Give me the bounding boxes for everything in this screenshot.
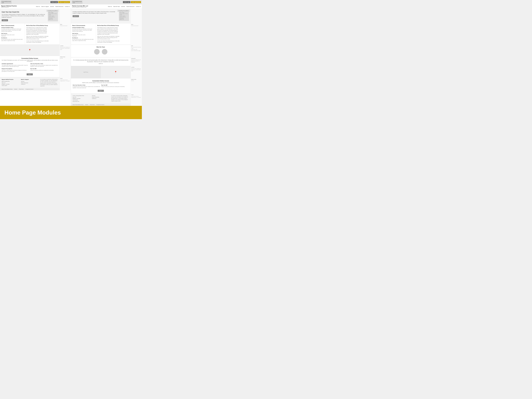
left-accepting-badge: Accepting new patients [46,10,59,12]
right-two-col: News & Announcements Inclement Weather P… [71,23,131,45]
right-news-item-3: Flu Shots In We now have flu shots, both… [72,37,95,41]
left-news-read-more[interactable]: Read more [1,35,24,37]
right-team-title: Meet the Team [73,46,129,48]
right-footer-privia[interactable]: About Privia Medical Group [73,104,83,105]
left-top-bar: Privia Medical Group Login Patient Login… [0,0,71,4]
right-hero-text: Providing outstanding medical care and r… [73,11,118,21]
left-hero-image: Hero Image Image caption to Care Center … [48,11,58,21]
left-privia-col: We Are Now Part of Privia Medical Group … [25,23,50,44]
right-testimonial-wrapper: “Dr. Correnty possesses that rare and sp… [71,57,142,66]
left-nav-resources[interactable]: Patient Resources [55,6,63,7]
left-privia-text2: When you visit a top primary care physic… [26,36,49,40]
right-map: 📍 [101,66,130,78]
right-hero-btn[interactable]: About Us [73,15,79,17]
left-portal-signin[interactable]: Sign In [27,73,33,75]
right-avatar-2 [102,49,108,55]
right-footer-contact[interactable]: Contact Us [92,98,109,99]
right-nav-services[interactable]: Services [121,6,125,7]
right-team-wrapper: Meet the Team Staff Do not use block if … [71,45,142,57]
left-footer-tag: Footer Staff columns may be suppressed f… [59,77,71,90]
left-hero-btn[interactable]: About Us [2,19,8,21]
right-news-item-2: New Service We now offer Essure birth co… [72,33,95,37]
left-news-wrapper: News & Announcements Inclement Weather P… [0,23,71,45]
right-portal-signin[interactable]: Sign In [98,90,104,92]
right-portal-title: Convenient Online Access [73,80,129,82]
right-footer-tag: Footer Staff columns may be suppressed f… [131,94,142,106]
left-footer-wrapper: Nguyen Medical Practice 5966 Columbia Pi… [0,77,71,90]
right-news-read-more[interactable]: Read more [72,35,95,37]
left-news-item-3: Flu Shots In We now have flu shots, both… [1,37,24,41]
right-footer-press[interactable]: Press Room [90,104,95,105]
left-nav-meet[interactable]: Meet Dr. Nguyen [41,6,49,7]
left-footer-resources[interactable]: Patient Resources [21,82,38,84]
right-team-avatars [73,49,129,55]
right-news-title: News & Announcements [72,25,95,26]
right-footer-resources[interactable]: Patient Resources [92,96,109,98]
left-top-buttons: Patient Login Make An Appointment [51,1,70,3]
right-hero: Accepting new patients Providing outstan… [71,9,131,23]
right-meet-team: Meet the Team [71,45,131,57]
left-footer-services[interactable]: Services [21,81,38,82]
left-patient-login-btn[interactable]: Patient Login [51,1,58,3]
right-hero-image: Hero Image Image caption to Care Center … [119,11,129,21]
right-footer-prospective[interactable]: Prospective Doctors [96,104,104,105]
left-nav-about[interactable]: About Us [36,6,40,7]
left-footer-col2: Meet Dr. Nguyen Services Patient Resourc… [21,79,38,87]
right-top-bar: Privia Medical Group Login Patient Login… [71,0,142,4]
right-footer-careers[interactable]: Careers [85,104,88,105]
left-footer-careers[interactable]: Careers [14,89,17,90]
left-portal-item-1: Schedule Appointments The easiest way to… [2,63,29,67]
right-portal-tag: Patient Portal Benefits [131,78,142,94]
right-nav-resources[interactable]: Patient Resources [126,6,134,7]
right-news-col: News & Announcements Inclement Weather P… [71,23,96,44]
left-nav: Nguyen Medical Practice Internal Medicin… [0,4,71,9]
left-make-appt-btn[interactable]: Make An Appointment [58,1,70,3]
right-nav-links: About Us Meet the Team Services Patient … [108,6,141,7]
title-banner: Home Page Modules [0,106,142,119]
left-news-col: News & Announcements Inclement Weather P… [0,23,25,44]
right-staff-map-wrapper: Staff Photo 📍 Location Map may have mult… [71,66,142,78]
right-nav-meet[interactable]: Meet the Team [113,6,120,7]
right-accepting-badge: Accepting new patients [117,10,130,12]
right-logo: Privia Medical Group Login [72,0,82,4]
right-nav-contact[interactable]: Contact Us [136,6,141,7]
right-hero-body: Providing outstanding medical care and r… [73,11,118,14]
left-footer-col1: Nguyen Medical Practice 5966 Columbia Pi… [2,79,19,87]
right-footer-services[interactable]: Services [92,95,109,96]
right-portal-item-1: View Your Records & Tests Go paperless w… [73,85,100,89]
left-portal-tag: Patient Portal Benefits [59,56,71,77]
right-brand: Patrick Correnty MD, LLC Internal Medici… [72,5,88,8]
right-hero-wrapper: Accepting new patients Providing outstan… [71,9,142,23]
left-portal-item-2: View Your Records & Tests Go paperless w… [30,63,58,67]
left-footer-prospective[interactable]: Prospective Doctors [25,89,33,90]
left-footer-press[interactable]: Press Room [19,89,24,90]
left-two-col: News & Announcements Inclement Weather P… [0,23,59,45]
right-footer-inova[interactable]: Inova House, PA [73,101,90,102]
left-nav-services[interactable]: Services [50,6,54,7]
right-staff-map: Staff Photo 📍 [71,66,131,78]
right-patient-login-btn[interactable]: Patient Login [123,1,131,3]
left-hero-tag [59,9,71,23]
right-avatar-1 [94,49,100,55]
left-portal-wrapper: Convenient Online Access Our Patient Por… [0,56,71,77]
left-map-wrapper: 📍 Location Map may have multiple pins St… [0,45,71,56]
right-nav-about[interactable]: About Us [108,6,112,7]
title-banner-text: Home Page Modules [4,109,137,116]
left-footer-privia[interactable]: About Privia Medical Group [2,89,13,90]
left-logo: Privia Medical Group Login [1,0,12,4]
left-hero-wrapper: Accepting new patients Care You Can Coun… [0,9,71,23]
left-map-pin: 📍 [28,49,31,51]
left-nav-contact[interactable]: Contact Us [65,6,70,7]
left-map-tag: Location Map may have multiple pins Staf… [59,45,71,56]
left-news-item-1: Inclement Weather Policy Our offices wil… [1,27,24,32]
left-portal-item-3: Request Prescriptions Save time on phone… [2,68,29,72]
left-hero-body: Our innovative medical practice is locat… [2,14,47,18]
right-footer-col2: Services Patient Resources Contact Us [92,95,109,102]
right-footer: 1715 N. George Mason Drive Suite 201 Arl… [71,94,131,103]
left-hero: Accepting new patients Care You Can Coun… [0,9,59,23]
left-map: 📍 [0,45,59,56]
left-portal-subtitle: Our Patient Portal gives you secure, 24/… [2,60,58,62]
left-footer-contact[interactable]: Contact Us [21,83,38,85]
right-make-appt-btn[interactable]: Make Appointment [131,1,141,3]
right-footer-wrapper: 1715 N. George Mason Drive Suite 201 Arl… [71,94,142,106]
